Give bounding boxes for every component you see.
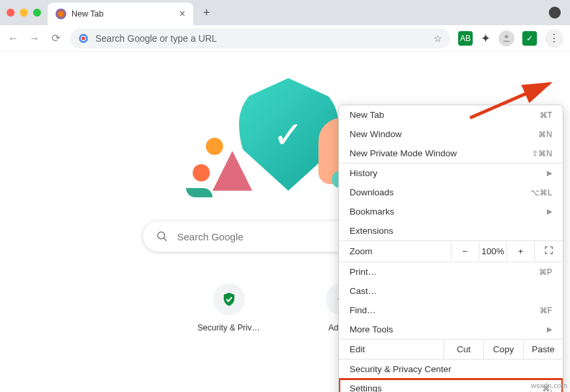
- omnibox-placeholder: Search Google or type a URL: [95, 33, 217, 44]
- menu-cast[interactable]: Cast…: [339, 281, 563, 301]
- titlebar: New Tab × +: [0, 0, 570, 25]
- menu-label: Zoom: [339, 242, 451, 261]
- google-icon: [78, 33, 89, 44]
- menu-new-private[interactable]: New Private Mode Window⇧⌘N: [339, 144, 563, 163]
- tab-close-icon[interactable]: ×: [179, 8, 185, 20]
- menu-new-tab[interactable]: New Tab⌘T: [339, 105, 563, 124]
- watermark: wsxdn.com: [531, 381, 567, 389]
- copy-button[interactable]: Copy: [483, 340, 523, 359]
- extensions-puzzle-icon[interactable]: ✦: [481, 31, 491, 46]
- menu-label: Downloads: [350, 187, 394, 197]
- keyboard-shortcut: ⌘P: [539, 268, 552, 277]
- check-icon: ✓: [273, 113, 304, 156]
- menu-edit-row: Edit Cut Copy Paste: [339, 340, 563, 359]
- menu-settings[interactable]: Settings⌘,: [339, 379, 563, 392]
- profile-dot-icon[interactable]: [549, 7, 561, 19]
- svg-point-2: [81, 36, 85, 40]
- menu-label: New Window: [350, 129, 402, 139]
- menu-label: Extensions: [350, 226, 393, 236]
- menu-label: Settings: [350, 383, 382, 392]
- main-menu-dropdown: New Tab⌘T New Window⌘N New Private Mode …: [338, 105, 563, 392]
- menu-zoom: Zoom − 100% +: [339, 241, 563, 262]
- menu-label: History: [350, 168, 377, 178]
- avast-shield-icon[interactable]: ✓: [522, 31, 537, 46]
- svg-line-5: [164, 238, 167, 241]
- menu-new-window[interactable]: New Window⌘N: [339, 124, 563, 144]
- keyboard-shortcut: ⌥⌘L: [530, 188, 552, 197]
- menu-label: Bookmarks: [350, 207, 395, 217]
- svg-point-4: [158, 232, 165, 239]
- omnibox[interactable]: Search Google or type a URL ☆: [70, 28, 450, 48]
- shortcut-label: Security & Priv…: [196, 323, 262, 332]
- tab-title: New Tab: [71, 9, 103, 19]
- flower-icon: [193, 164, 210, 181]
- window-controls[interactable]: [7, 9, 41, 17]
- fullscreen-icon: [544, 246, 553, 255]
- back-button[interactable]: ←: [7, 32, 20, 44]
- menu-more-tools[interactable]: More Tools▶: [339, 320, 563, 339]
- zoom-value: 100%: [479, 242, 507, 261]
- menu-find[interactable]: Find…⌘F: [339, 301, 563, 320]
- close-window-icon[interactable]: [7, 9, 15, 17]
- zoom-in-button[interactable]: +: [507, 242, 535, 261]
- flower-icon: [206, 138, 223, 155]
- minimize-window-icon[interactable]: [20, 9, 28, 17]
- keyboard-shortcut: ⌘T: [540, 111, 552, 120]
- cut-button[interactable]: Cut: [444, 340, 483, 359]
- main-menu-button[interactable]: ⋮: [545, 29, 563, 48]
- menu-bookmarks[interactable]: Bookmarks▶: [339, 202, 563, 221]
- menu-label: New Private Mode Window: [350, 148, 457, 158]
- toolbar: ← → ⟳ Search Google or type a URL ☆ AB ✦…: [0, 25, 570, 52]
- fullscreen-button[interactable]: [535, 241, 563, 262]
- account-icon[interactable]: [499, 30, 514, 46]
- browser-tab[interactable]: New Tab ×: [48, 3, 193, 25]
- maximize-window-icon[interactable]: [33, 9, 41, 17]
- new-tab-button[interactable]: +: [197, 3, 216, 22]
- menu-label: Print…: [350, 267, 377, 277]
- menu-label: Find…: [350, 305, 376, 315]
- shortcut-security[interactable]: Security & Priv…: [196, 283, 262, 332]
- reload-button[interactable]: ⟳: [49, 32, 62, 44]
- menu-label: Edit: [339, 340, 444, 359]
- chevron-right-icon: ▶: [547, 207, 552, 216]
- menu-label: More Tools: [350, 324, 393, 334]
- chevron-right-icon: ▶: [547, 325, 552, 334]
- mountain-icon: [213, 151, 252, 191]
- leaf-icon: [186, 188, 213, 197]
- keyboard-shortcut: ⌘F: [540, 306, 552, 315]
- menu-security-center[interactable]: Security & Privacy Center: [339, 360, 563, 379]
- chevron-right-icon: ▶: [547, 169, 552, 177]
- extension-ab-icon[interactable]: AB: [458, 31, 473, 46]
- keyboard-shortcut: ⌘N: [538, 130, 552, 139]
- menu-downloads[interactable]: Downloads⌥⌘L: [339, 183, 563, 202]
- paste-button[interactable]: Paste: [523, 340, 563, 359]
- tab-favicon-icon: [56, 9, 66, 19]
- search-placeholder: Search Google: [177, 231, 244, 242]
- svg-point-3: [504, 34, 508, 38]
- zoom-out-button[interactable]: −: [451, 242, 479, 261]
- menu-extensions[interactable]: Extensions: [339, 221, 563, 240]
- bookmark-star-icon[interactable]: ☆: [434, 33, 442, 44]
- forward-button[interactable]: →: [28, 32, 41, 44]
- keyboard-shortcut: ⇧⌘N: [532, 149, 552, 158]
- menu-history[interactable]: History▶: [339, 164, 563, 183]
- menu-label: Cast…: [350, 286, 377, 296]
- search-icon: [156, 230, 168, 242]
- new-tab-page: ✓ Search Google Security & Priv… + Add s…: [0, 52, 570, 392]
- shield-check-icon: [221, 291, 237, 307]
- menu-label: New Tab: [350, 110, 384, 120]
- menu-print[interactable]: Print…⌘P: [339, 262, 563, 281]
- menu-label: Security & Privacy Center: [350, 364, 451, 374]
